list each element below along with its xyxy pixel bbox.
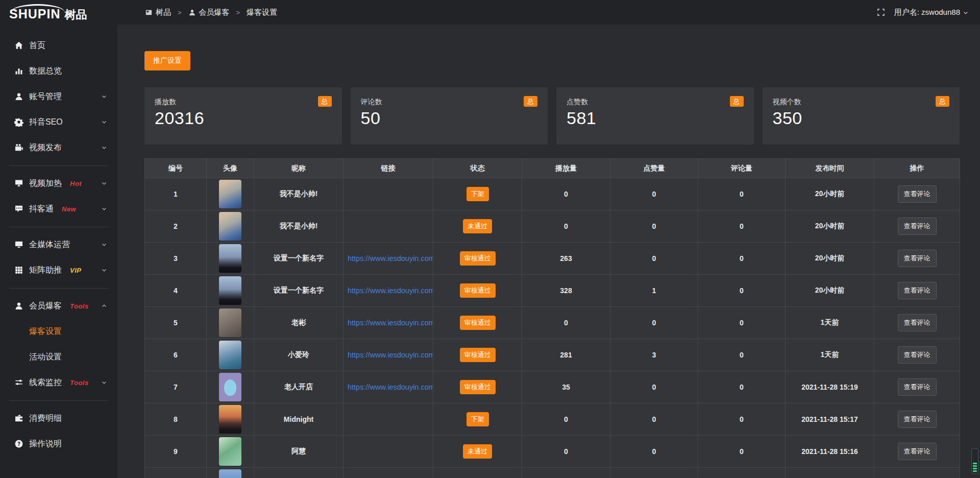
cell-status: 下架 xyxy=(433,178,522,210)
column-header-9: 操作 xyxy=(874,159,960,178)
cell-likes: 1 xyxy=(610,275,698,307)
chevron-down-icon xyxy=(101,206,107,212)
status-badge: 审核通过 xyxy=(460,316,496,330)
sidebar-item-clue-monitoring[interactable]: 线索监控 Tools xyxy=(0,370,117,395)
stat-card-label: 视频个数 xyxy=(773,96,801,107)
table-header: 编号头像昵称链接状态播放量点赞量评论量发布时间操作 xyxy=(145,159,960,178)
view-comments-button[interactable]: 查看评论 xyxy=(898,411,937,428)
sidebar-item-member-baoke[interactable]: 会员爆客 Tools xyxy=(0,293,117,319)
chevron-down-icon xyxy=(101,180,107,186)
cell-avatar xyxy=(207,210,254,243)
cell-status: 下架 xyxy=(433,403,522,436)
cell-publish-time: 20小时前 xyxy=(786,275,874,307)
sidebar-item-badge: Tools xyxy=(70,302,89,310)
total-badge: 总 xyxy=(730,96,744,107)
cell-comments: 0 xyxy=(698,339,786,371)
avatar xyxy=(219,308,241,337)
promotion-settings-button[interactable]: 推广设置 xyxy=(144,51,190,70)
sidebar-item-consumption-details[interactable]: 消费明细 xyxy=(0,405,117,431)
cell-id xyxy=(145,468,207,478)
cell-action: 查看评论 xyxy=(874,339,960,371)
cell-publish-time: 2021-11-28 15:16 xyxy=(786,436,874,468)
cell-id: 8 xyxy=(145,403,207,436)
view-comments-button[interactable]: 查看评论 xyxy=(898,378,937,396)
sidebar-divider xyxy=(9,165,108,166)
sidebar-item-douyin-seo[interactable]: 抖音SEO xyxy=(0,109,117,135)
wallet-icon xyxy=(14,414,23,423)
cell-action: 查看评论 xyxy=(874,371,960,403)
avatar xyxy=(219,212,241,241)
avatar xyxy=(219,244,241,273)
user-icon xyxy=(14,92,23,101)
sidebar-item-operation-guide[interactable]: ? 操作说明 xyxy=(0,431,117,457)
user-menu[interactable]: 用户名: zswodun88 xyxy=(894,8,969,17)
sidebar-divider xyxy=(9,227,108,227)
cell-status: 审核通过 xyxy=(433,307,522,339)
sidebar-subitem-activity-settings[interactable]: 活动设置 xyxy=(0,344,117,370)
sidebar-item-doukotong[interactable]: 抖客通 New xyxy=(0,196,117,222)
breadcrumb: 树品 > 会员爆客 > 爆客设置 xyxy=(145,8,277,17)
sidebar-item-badge: Hot xyxy=(70,180,82,187)
video-link[interactable]: https://www.iesdouyin.com xyxy=(344,286,433,295)
avatar xyxy=(219,437,241,466)
cell-nickname: 阿慧 xyxy=(254,436,344,468)
status-badge: 未通过 xyxy=(463,219,492,233)
breadcrumb-item-member-baoke[interactable]: 会员爆客 xyxy=(188,8,230,17)
fullscreen-icon[interactable] xyxy=(877,8,885,16)
cell-status: 审核通过 xyxy=(433,339,522,371)
breadcrumb-item-shupin[interactable]: 树品 xyxy=(145,8,171,17)
dashboard-icon xyxy=(145,9,153,16)
cell-publish-time: 1天前 xyxy=(786,307,874,339)
sidebar-item-video-heating[interactable]: 视频加热 Hot xyxy=(0,171,117,196)
sidebar-item-data-overview[interactable]: 数据总览 xyxy=(0,58,117,84)
video-camera-icon xyxy=(14,143,23,152)
total-badge: 总 xyxy=(318,96,332,107)
cell-status xyxy=(433,468,522,478)
view-comments-button[interactable]: 查看评论 xyxy=(898,282,937,299)
view-comments-button[interactable]: 查看评论 xyxy=(898,314,937,331)
sidebar-item-home[interactable]: 首页 xyxy=(0,33,117,58)
view-comments-button[interactable]: 查看评论 xyxy=(898,346,937,364)
cell-comments: 0 xyxy=(698,210,786,243)
cell-publish-time: 1天前 xyxy=(786,339,874,371)
video-link[interactable]: https://www.iesdouyin.com xyxy=(344,319,433,327)
total-badge: 总 xyxy=(936,96,949,107)
cell-action: 查看评论 xyxy=(874,243,960,275)
table-row-8: 8 Midnight 下架 0 0 0 2021-11-28 15:17 查看评… xyxy=(145,403,960,436)
cell-nickname: 老人开店 xyxy=(254,371,344,403)
column-header-3: 链接 xyxy=(344,159,433,178)
column-header-7: 评论量 xyxy=(698,159,786,178)
cell-comments: 0 xyxy=(698,178,786,210)
cell-avatar xyxy=(207,307,254,339)
cell-avatar xyxy=(207,436,254,468)
video-link[interactable]: https://www.iesdouyin.com xyxy=(344,383,433,391)
username-label: 用户名: zswodun88 xyxy=(894,8,960,17)
app-logo: SHUPIN 树品 xyxy=(0,3,117,22)
cell-link xyxy=(344,436,433,468)
gear-icon xyxy=(14,117,23,127)
status-badge: 审核通过 xyxy=(460,348,496,362)
view-comments-button[interactable]: 查看评论 xyxy=(898,250,937,267)
cell-likes: 0 xyxy=(610,178,698,210)
view-comments-button[interactable]: 查看评论 xyxy=(898,218,937,235)
cell-likes: 0 xyxy=(610,210,698,243)
cell-avatar xyxy=(207,178,254,210)
videos-table: 编号头像昵称链接状态播放量点赞量评论量发布时间操作 1 我不是小帅! 下架 0 … xyxy=(144,158,960,478)
video-link[interactable]: https://www.iesdouyin.com xyxy=(344,351,433,359)
cell-status: 未通过 xyxy=(433,210,522,243)
sidebar-item-account-management[interactable]: 账号管理 xyxy=(0,84,117,109)
sidebar-divider xyxy=(9,288,108,289)
cell-status: 审核通过 xyxy=(433,275,522,307)
video-link[interactable]: https://www.iesdouyin.com xyxy=(344,254,433,262)
total-badge: 总 xyxy=(524,96,537,107)
view-comments-button[interactable]: 查看评论 xyxy=(898,443,937,460)
table-row-1: 1 我不是小帅! 下架 0 0 0 20小时前 查看评论 xyxy=(145,178,960,210)
sidebar-item-matrix-boost[interactable]: 矩阵助推 VIP xyxy=(0,257,117,283)
sidebar-subitem-baoke-settings[interactable]: 爆客设置 xyxy=(0,319,117,344)
cell-link: https://www.iesdouyin.com xyxy=(344,243,433,275)
breadcrumb-item-baoke-settings[interactable]: 爆客设置 xyxy=(247,8,277,17)
cell-id: 4 xyxy=(145,275,207,307)
sidebar-item-all-media-operation[interactable]: 全媒体运营 xyxy=(0,232,117,257)
sidebar-item-video-publish[interactable]: 视频发布 xyxy=(0,135,117,160)
view-comments-button[interactable]: 查看评论 xyxy=(898,185,937,203)
